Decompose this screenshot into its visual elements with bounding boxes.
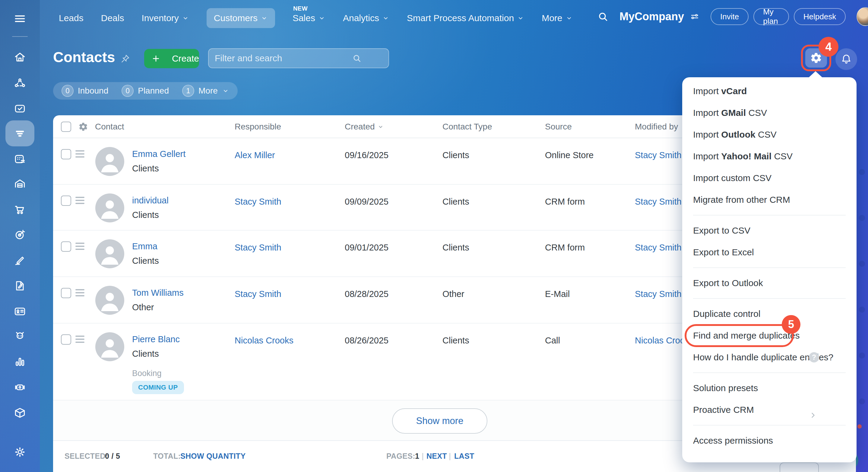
nav-item-inventory[interactable]: Inventory <box>142 13 189 23</box>
sidebar-item-box[interactable] <box>13 406 27 419</box>
nav-item-sales[interactable]: NEWSales <box>292 13 326 23</box>
modified-by-link[interactable]: Stacy Smith <box>635 150 682 160</box>
sidebar-item-tasks[interactable] <box>13 102 27 115</box>
sidebar-item-settings[interactable] <box>13 445 27 459</box>
contact-avatar[interactable] <box>95 147 124 176</box>
column-header-contact-type[interactable]: Contact Type <box>442 115 492 138</box>
menu-item-import-outlook-csv[interactable]: Import Outlook CSV <box>682 124 857 145</box>
counter-planned[interactable]: 0Planned <box>122 85 169 97</box>
row-checkbox[interactable] <box>61 196 71 206</box>
nav-item-more[interactable]: More <box>542 13 572 23</box>
menu-item-find-and-merge-duplicates[interactable]: Find and merge duplicates5 <box>682 325 857 347</box>
notifications-bell-button[interactable] <box>835 48 857 70</box>
sidebar-item-home[interactable] <box>13 50 27 64</box>
contact-name-link[interactable]: Tom Williams <box>132 288 184 298</box>
company-name[interactable]: MyCompany <box>619 10 684 23</box>
nav-item-smart-process-automation[interactable]: Smart Process Automation <box>407 13 524 23</box>
sidebar-item-ai-bot[interactable] <box>13 329 27 343</box>
filter-search-input[interactable] <box>215 53 331 63</box>
contact-name-link[interactable]: individual <box>132 196 168 206</box>
menu-item-import-gmail-csv[interactable]: Import GMail CSV <box>682 102 857 124</box>
nav-item-leads[interactable]: Leads <box>59 13 84 23</box>
responsible-link[interactable]: Stacy Smith <box>235 289 281 299</box>
contact-name-link[interactable]: Emma <box>132 241 157 252</box>
menu-item-migrate-from-other-crm[interactable]: Migrate from other CRM <box>682 189 857 211</box>
company-settings-icon[interactable] <box>689 11 700 22</box>
user-avatar[interactable] <box>857 7 868 26</box>
contact-avatar[interactable] <box>95 194 124 223</box>
sidebar-item-contact-card[interactable] <box>13 305 27 318</box>
row-menu-icon[interactable] <box>75 197 85 206</box>
row-checkbox[interactable] <box>61 149 71 159</box>
sidebar-item-chart[interactable] <box>13 355 27 368</box>
contact-name-link[interactable]: Pierre Blanc <box>132 334 180 344</box>
sidebar-item-warehouse[interactable] <box>13 177 27 190</box>
search-icon[interactable] <box>597 11 609 22</box>
partially-hidden-button[interactable] <box>780 462 819 472</box>
pin-icon[interactable] <box>120 54 130 65</box>
counter-count: 1 <box>182 85 194 97</box>
responsible-link[interactable]: Stacy Smith <box>235 243 281 253</box>
nav-item-analytics[interactable]: Analytics <box>343 13 390 23</box>
modified-by-link[interactable]: Stacy Smith <box>635 243 682 253</box>
contact-avatar[interactable] <box>95 239 124 268</box>
column-header-created[interactable]: Created <box>345 115 384 138</box>
menu-item-solution-presets[interactable]: Solution presets <box>682 377 857 399</box>
sidebar-item-documents[interactable] <box>13 279 27 292</box>
row-checkbox[interactable] <box>61 288 71 298</box>
menu-item-export-to-excel[interactable]: Export to Excel <box>682 241 857 263</box>
last-page-link[interactable]: LAST <box>454 452 474 461</box>
show-quantity-link[interactable]: SHOW QUANTITY <box>180 452 246 461</box>
nav-item-customers[interactable]: Customers <box>207 8 275 28</box>
row-menu-icon[interactable] <box>75 289 85 298</box>
row-checkbox[interactable] <box>61 241 71 252</box>
sidebar-item-crm[interactable] <box>13 127 27 140</box>
sidebar-item-calendar[interactable] <box>13 152 27 166</box>
menu-item-proactive-crm[interactable]: Proactive CRM <box>682 399 857 421</box>
counter-more[interactable]: 1More <box>182 85 229 97</box>
create-button[interactable]: Create <box>144 49 199 68</box>
show-more-button[interactable]: Show more <box>392 408 487 434</box>
column-header-label: Source <box>545 122 572 131</box>
sidebar-menu-toggle[interactable] <box>13 12 27 25</box>
menu-item-access-permissions[interactable]: Access permissions <box>682 430 857 451</box>
sidebar-item-target[interactable] <box>13 228 27 241</box>
menu-item-duplicate-control[interactable]: Duplicate control <box>682 303 857 325</box>
menu-item-export-to-csv[interactable]: Export to CSV <box>682 220 857 241</box>
row-checkbox[interactable] <box>61 334 71 345</box>
modified-by-link[interactable]: Stacy Smith <box>635 289 682 299</box>
row-menu-icon[interactable] <box>75 243 85 252</box>
sidebar-item-cart[interactable] <box>13 203 27 216</box>
filter-search-box <box>208 48 389 68</box>
menu-item-import-yahoo-mail-csv[interactable]: Import Yahoo! Mail CSV <box>682 145 857 167</box>
sidebar-item-video[interactable] <box>13 381 27 394</box>
sidebar-item-network[interactable] <box>13 77 27 90</box>
row-menu-icon[interactable] <box>75 150 85 159</box>
column-header-modified-by[interactable]: Modified by <box>635 115 678 138</box>
sidebar-item-sign[interactable] <box>13 254 27 267</box>
column-settings-gear-icon[interactable] <box>79 122 88 133</box>
menu-item-how-do-i-handle-duplicate-entities[interactable]: How do I handle duplicate entities?? <box>682 347 857 368</box>
next-page-link[interactable]: NEXT <box>427 452 447 461</box>
topbar-button-helpdesk[interactable]: Helpdesk <box>794 8 846 25</box>
column-header-contact[interactable]: Contact <box>95 115 124 138</box>
responsible-link[interactable]: Nicolas Crooks <box>235 335 293 346</box>
counter-inbound[interactable]: 0Inbound <box>62 85 108 97</box>
column-header-source[interactable]: Source <box>545 115 572 138</box>
help-icon[interactable]: ? <box>809 352 819 362</box>
row-menu-icon[interactable] <box>75 335 85 345</box>
topbar-button-invite[interactable]: Invite <box>711 8 749 25</box>
contact-name-link[interactable]: Emma Gellert <box>132 149 185 159</box>
select-all-checkbox[interactable] <box>61 122 71 132</box>
contact-avatar[interactable] <box>95 286 124 315</box>
contact-avatar[interactable] <box>95 332 124 361</box>
column-header-responsible[interactable]: Responsible <box>235 115 281 138</box>
topbar-button-my-plan[interactable]: My plan <box>753 8 789 25</box>
responsible-link[interactable]: Alex Miller <box>235 150 275 160</box>
menu-item-export-to-outlook[interactable]: Export to Outlook <box>682 272 857 294</box>
nav-item-deals[interactable]: Deals <box>101 13 124 23</box>
menu-item-import-custom-csv[interactable]: Import custom CSV <box>682 167 857 189</box>
menu-item-import-vcard[interactable]: Import vCard <box>682 80 857 102</box>
responsible-link[interactable]: Stacy Smith <box>235 197 281 207</box>
modified-by-link[interactable]: Stacy Smith <box>635 197 682 207</box>
